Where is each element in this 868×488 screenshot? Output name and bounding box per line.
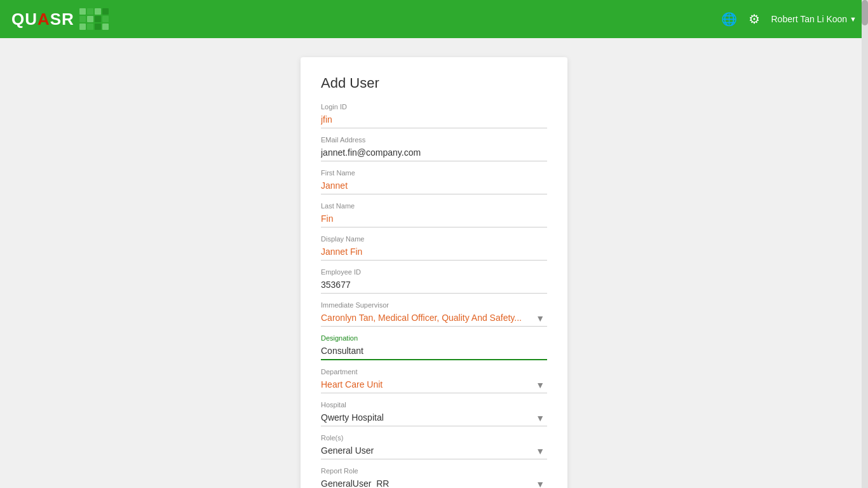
sq11 xyxy=(95,24,101,30)
sq1 xyxy=(79,8,86,15)
settings-icon[interactable]: ⚙ xyxy=(749,11,760,27)
supervisor-select[interactable]: Caronlyn Tan, Medical Officer, Quality A… xyxy=(321,310,547,327)
sq5 xyxy=(79,16,86,22)
sq12 xyxy=(102,24,109,30)
designation-input[interactable] xyxy=(321,343,547,360)
first-name-input[interactable] xyxy=(321,178,547,194)
logo-a: A xyxy=(37,10,50,29)
logo-decoration xyxy=(79,8,109,30)
department-select[interactable]: Heart Care Unit xyxy=(321,377,547,393)
hospital-label: Hospital xyxy=(321,401,547,409)
hospital-select[interactable]: Qwerty Hospital xyxy=(321,410,547,426)
logo-text: QUASR xyxy=(11,10,74,29)
last-name-label: Last Name xyxy=(321,202,547,210)
hospital-field-group: Hospital Qwerty Hospital ▼ xyxy=(321,401,547,426)
sq4 xyxy=(102,8,109,15)
supervisor-dropdown-wrapper: Caronlyn Tan, Medical Officer, Quality A… xyxy=(321,310,547,327)
designation-label: Designation xyxy=(321,334,547,342)
add-user-form: Add User Login ID EMail Address First Na… xyxy=(301,57,567,488)
globe-icon[interactable]: 🌐 xyxy=(721,11,737,27)
login-id-label: Login ID xyxy=(321,103,547,111)
employee-id-label: Employee ID xyxy=(321,268,547,276)
roles-dropdown-wrapper: General User ▼ xyxy=(321,443,547,459)
email-input[interactable] xyxy=(321,145,547,161)
sq8 xyxy=(102,16,109,22)
roles-field-group: Role(s) General User ▼ xyxy=(321,434,547,459)
first-name-label: First Name xyxy=(321,169,547,177)
display-name-input[interactable] xyxy=(321,244,547,261)
main-content: Add User Login ID EMail Address First Na… xyxy=(0,38,868,488)
user-menu-chevron-icon: ▼ xyxy=(850,15,857,23)
user-name: Robert Tan Li Koon xyxy=(771,14,848,24)
email-label: EMail Address xyxy=(321,136,547,144)
sq7 xyxy=(95,16,101,22)
header: QUASR 🌐 ⚙ Robert Tan Li Koon ▼ xyxy=(0,0,868,38)
sq6 xyxy=(87,16,93,22)
logo-qu: QU xyxy=(11,10,37,29)
user-menu[interactable]: Robert Tan Li Koon ▼ xyxy=(771,14,857,24)
scrollbar-thumb[interactable] xyxy=(862,0,868,25)
employee-id-field-group: Employee ID xyxy=(321,268,547,294)
display-name-label: Display Name xyxy=(321,235,547,243)
report-role-dropdown-wrapper: GeneralUser_RR ▼ xyxy=(321,476,547,488)
sq2 xyxy=(87,8,93,15)
report-role-field-group: Report Role GeneralUser_RR ▼ xyxy=(321,467,547,488)
supervisor-field-group: Immediate Supervisor Caronlyn Tan, Medic… xyxy=(321,301,547,327)
sq9 xyxy=(79,24,86,30)
report-role-label: Report Role xyxy=(321,467,547,475)
logo-sr: SR xyxy=(50,10,74,29)
designation-field-group: Designation xyxy=(321,334,547,360)
last-name-field-group: Last Name xyxy=(321,202,547,227)
employee-id-input[interactable] xyxy=(321,277,547,294)
hospital-dropdown-wrapper: Qwerty Hospital ▼ xyxy=(321,410,547,426)
logo: QUASR xyxy=(11,8,109,30)
login-id-field-group: Login ID xyxy=(321,103,547,128)
sq10 xyxy=(87,24,93,30)
department-dropdown-wrapper: Heart Care Unit ▼ xyxy=(321,377,547,393)
form-title: Add User xyxy=(321,75,547,92)
login-id-input[interactable] xyxy=(321,112,547,128)
roles-select[interactable]: General User xyxy=(321,443,547,459)
header-right: 🌐 ⚙ Robert Tan Li Koon ▼ xyxy=(721,11,857,27)
scrollbar-track xyxy=(862,0,868,488)
logo-squares xyxy=(79,8,109,30)
roles-label: Role(s) xyxy=(321,434,547,442)
display-name-field-group: Display Name xyxy=(321,235,547,261)
department-field-group: Department Heart Care Unit ▼ xyxy=(321,368,547,393)
email-field-group: EMail Address xyxy=(321,136,547,161)
department-label: Department xyxy=(321,368,547,376)
sq3 xyxy=(95,8,101,15)
first-name-field-group: First Name xyxy=(321,169,547,194)
last-name-input[interactable] xyxy=(321,211,547,227)
supervisor-label: Immediate Supervisor xyxy=(321,301,547,309)
report-role-select[interactable]: GeneralUser_RR xyxy=(321,476,547,488)
